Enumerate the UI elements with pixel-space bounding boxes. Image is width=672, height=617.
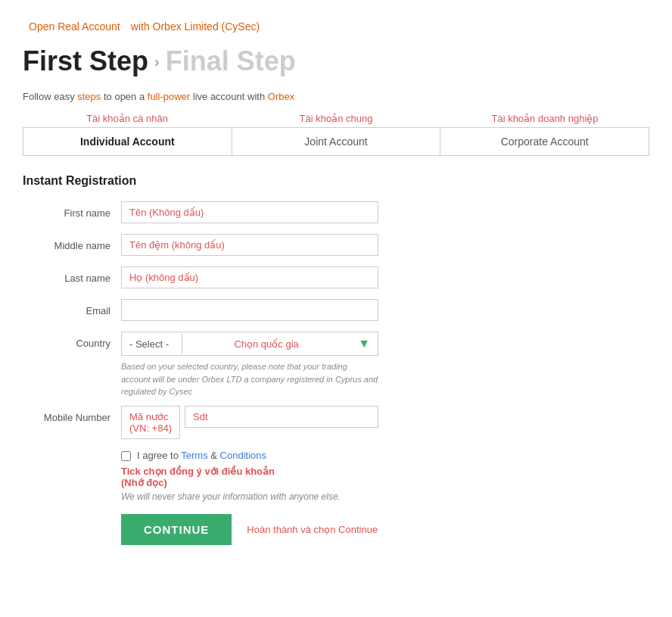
terms-link[interactable]: Terms bbox=[181, 450, 207, 461]
desc-text2: to open a bbox=[104, 91, 148, 102]
terms-text: I agree to Terms & Conditions bbox=[137, 450, 266, 461]
country-label: Country bbox=[23, 332, 121, 349]
mobile-number-input[interactable] bbox=[185, 406, 378, 428]
conditions-link[interactable]: Conditions bbox=[220, 450, 266, 461]
tab-joint-label: Joint Account bbox=[304, 136, 367, 148]
middle-name-label: Middle name bbox=[23, 234, 121, 251]
label-individual: Tài khoản cá nhân bbox=[23, 113, 232, 127]
form-row-country: Country - Select - Chọn quốc gia ▼ bbox=[23, 332, 649, 356]
page-header: Open Real Account with Orbex Limited (Cy… bbox=[23, 15, 649, 35]
country-select-text: - Select - bbox=[122, 334, 182, 354]
page-title: Open Real Account with Orbex Limited (Cy… bbox=[23, 15, 260, 34]
email-input[interactable] bbox=[121, 299, 378, 321]
title-text: Open Real Account bbox=[29, 20, 120, 33]
desc-link-fullpower[interactable]: full-power bbox=[148, 91, 190, 102]
form-row-firstname: First name bbox=[23, 201, 649, 223]
share-note-prefix: We will never share bbox=[121, 491, 203, 502]
tick-subnote: (Nhớ đọc) bbox=[121, 477, 167, 488]
terms-row: I agree to Terms & Conditions bbox=[121, 450, 649, 461]
middle-name-input[interactable] bbox=[121, 234, 378, 256]
tab-corporate[interactable]: Corporate Account bbox=[440, 128, 649, 155]
continue-button[interactable]: CONTINUE bbox=[121, 514, 232, 545]
instant-reg-title: Instant Registration bbox=[23, 174, 649, 188]
form-row-lastname: Last name bbox=[23, 266, 649, 288]
mobile-code-wrap: Mã nước(VN: +84) bbox=[121, 406, 180, 439]
tab-individual-label: Individual Account bbox=[80, 136, 175, 148]
continue-row: CONTINUE Hoàn thành và chọn Continue bbox=[121, 514, 649, 545]
first-name-label: First name bbox=[23, 201, 121, 219]
last-name-input[interactable] bbox=[121, 266, 378, 288]
share-note-rest: your information with anyone else. bbox=[203, 491, 341, 502]
terms-checkbox[interactable] bbox=[121, 451, 131, 461]
country-select-wrap: - Select - Chọn quốc gia ▼ bbox=[121, 332, 378, 356]
chevron-down-icon: ▼ bbox=[350, 332, 378, 355]
form-row-mobile: Mobile Number Mã nước(VN: +84) bbox=[23, 406, 649, 439]
tick-note-text: Tick chọn đồng ý với điều khoản bbox=[121, 466, 275, 477]
last-name-wrap bbox=[121, 266, 378, 288]
tab-joint[interactable]: Joint Account bbox=[232, 128, 441, 155]
desc-orbex: Orbex bbox=[268, 91, 294, 102]
account-tabs: Individual Account Joint Account Corpora… bbox=[23, 127, 649, 156]
form-row-middlename: Middle name bbox=[23, 234, 649, 256]
tab-corporate-label: Corporate Account bbox=[501, 136, 589, 148]
first-name-input[interactable] bbox=[121, 201, 378, 223]
mobile-number-wrap bbox=[185, 406, 378, 428]
country-placeholder: Chọn quốc gia bbox=[182, 334, 350, 354]
final-step-label: Final Step bbox=[166, 45, 296, 77]
form-row-email: Email bbox=[23, 299, 649, 321]
step-arrow: › bbox=[154, 53, 160, 70]
country-select-inner[interactable]: - Select - Chọn quốc gia ▼ bbox=[121, 332, 378, 356]
last-name-label: Last name bbox=[23, 266, 121, 284]
email-label: Email bbox=[23, 299, 121, 316]
mobile-label: Mobile Number bbox=[23, 406, 121, 423]
subtitle-text: with Orbex Limited (CySec) bbox=[131, 20, 260, 33]
tick-note: Tick chọn đồng ý với điều khoản (Nhớ đọc… bbox=[121, 466, 649, 488]
label-joint: Tài khoản chung bbox=[232, 113, 440, 127]
account-tab-labels: Tài khoản cá nhân Tài khoản chung Tài kh… bbox=[23, 113, 649, 127]
continue-hint: Hoàn thành và chọn Continue bbox=[247, 524, 378, 535]
desc-text1: Follow easy bbox=[23, 91, 77, 102]
share-note: We will never share your information wit… bbox=[121, 491, 649, 502]
steps-row: First Step › Final Step bbox=[23, 45, 649, 77]
label-corporate: Tài khoản doanh nghiệp bbox=[440, 113, 649, 127]
country-note: Based on your selected country, please n… bbox=[121, 360, 378, 398]
first-step-label: First Step bbox=[23, 45, 148, 77]
tab-individual[interactable]: Individual Account bbox=[23, 128, 232, 155]
first-name-wrap bbox=[121, 201, 378, 223]
desc-text3: live account with bbox=[193, 91, 268, 102]
mobile-inputs: Mã nước(VN: +84) bbox=[121, 406, 378, 439]
middle-name-wrap bbox=[121, 234, 378, 256]
email-wrap bbox=[121, 299, 378, 321]
desc-link-steps[interactable]: steps bbox=[77, 91, 101, 102]
description: Follow easy steps to open a full-power l… bbox=[23, 91, 649, 102]
mobile-code-text: Mã nước(VN: +84) bbox=[121, 406, 180, 439]
